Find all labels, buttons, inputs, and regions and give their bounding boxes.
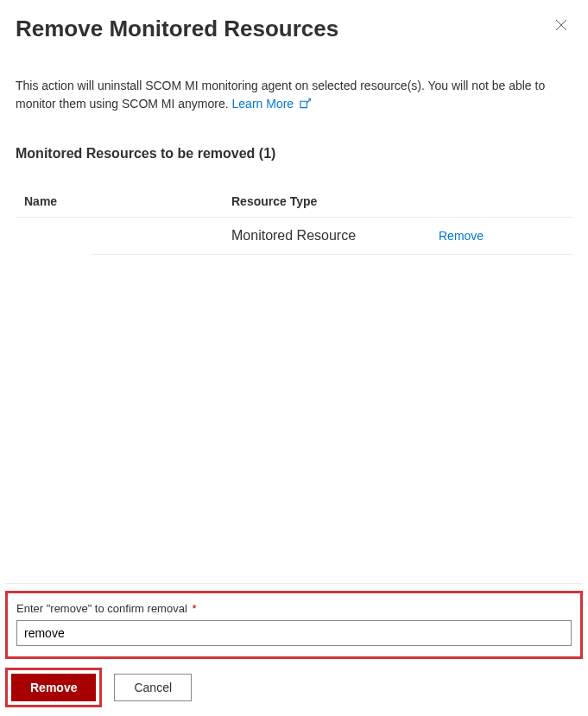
confirm-label-text: Enter "remove" to confirm removal (16, 602, 187, 615)
resources-table: Name Resource Type Monitored Resource Re… (16, 186, 572, 255)
footer-actions: Remove Cancel (0, 668, 588, 716)
section-title: Monitored Resources to be removed (1) (16, 146, 572, 162)
cell-type: Monitored Resource (231, 228, 439, 244)
learn-more-link[interactable]: Learn More (232, 97, 311, 111)
description-text: This action will uninstall SCOM MI monit… (16, 77, 572, 113)
cell-action: Remove (439, 228, 572, 244)
confirm-area: Enter "remove" to confirm removal * (5, 591, 583, 659)
confirm-input[interactable] (16, 620, 572, 646)
remove-button[interactable]: Remove (11, 674, 96, 701)
learn-more-label: Learn More (232, 97, 294, 111)
table-row: Monitored Resource Remove (92, 218, 572, 255)
table-header: Name Resource Type (16, 186, 572, 218)
footer-divider (5, 583, 583, 584)
external-link-icon (300, 98, 311, 109)
page-title: Remove Monitored Resources (16, 16, 338, 42)
required-star: * (192, 602, 196, 615)
confirm-label: Enter "remove" to confirm removal * (16, 602, 572, 615)
primary-highlight: Remove (5, 668, 102, 707)
cancel-button[interactable]: Cancel (114, 674, 192, 701)
col-header-name: Name (24, 194, 231, 208)
row-remove-link[interactable]: Remove (439, 229, 484, 243)
close-icon[interactable] (555, 16, 572, 31)
col-header-type: Resource Type (231, 194, 439, 208)
